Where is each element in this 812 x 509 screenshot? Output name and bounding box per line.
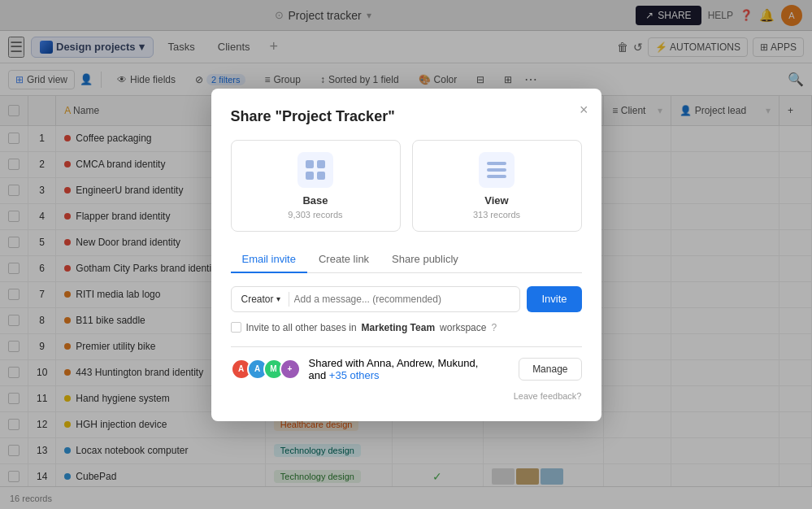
svg-rect-4 <box>487 162 506 165</box>
shared-with-row: A A M + Shared with Anna, Andrew, Mukund… <box>231 357 582 381</box>
feedback-link[interactable]: Leave feedback? <box>514 391 582 401</box>
view-card-icon <box>479 152 515 188</box>
info-icon[interactable]: ? <box>491 322 497 333</box>
view-card-title: View <box>484 194 508 207</box>
invite-input-wrap: Creator ▾ <box>231 286 521 312</box>
share-modal: Share "Project Tracker" × Base 9,303 rec… <box>211 89 601 421</box>
role-arrow-icon: ▾ <box>276 294 280 303</box>
modal-overlay[interactable]: Share "Project Tracker" × Base 9,303 rec… <box>0 0 812 486</box>
base-card-subtitle: 9,303 records <box>288 210 342 220</box>
role-select[interactable]: Creator ▾ <box>238 294 284 305</box>
modal-footer: Leave feedback? <box>231 389 582 402</box>
shared-link-text: and <box>309 369 329 381</box>
modal-divider <box>231 346 582 347</box>
svg-rect-1 <box>317 160 325 168</box>
tab-email-invite[interactable]: Email invite <box>231 246 307 273</box>
view-share-card[interactable]: View 313 records <box>412 140 582 232</box>
svg-rect-0 <box>306 160 314 168</box>
base-card-icon <box>297 152 333 188</box>
svg-rect-5 <box>487 168 506 172</box>
invite-row: Creator ▾ Invite <box>231 286 582 312</box>
base-share-card[interactable]: Base 9,303 records <box>231 140 401 232</box>
invite-button[interactable]: Invite <box>527 286 581 312</box>
svg-rect-6 <box>487 175 506 178</box>
view-card-subtitle: 313 records <box>473 210 520 220</box>
tab-share-publicly[interactable]: Share publicly <box>380 246 470 273</box>
svg-rect-2 <box>306 172 314 180</box>
input-divider <box>289 292 289 307</box>
invite-message-input[interactable] <box>294 287 514 311</box>
base-card-title: Base <box>302 194 328 207</box>
modal-title: Share "Project Tracker" <box>231 108 582 125</box>
modal-tabs: Email invite Create link Share publicly <box>231 246 582 273</box>
modal-close-button[interactable]: × <box>580 102 588 119</box>
shared-text-block: Shared with Anna, Andrew, Mukund, and +3… <box>309 357 479 381</box>
manage-button[interactable]: Manage <box>519 358 581 381</box>
invite-all-bases-checkbox[interactable] <box>231 322 241 333</box>
avatars-group: A A M + <box>231 359 301 380</box>
tab-create-link[interactable]: Create link <box>307 246 380 273</box>
invite-checkbox-row: Invite to all other bases in Marketing T… <box>231 322 582 333</box>
shared-others-link[interactable]: +35 others <box>329 369 380 381</box>
svg-rect-3 <box>317 172 325 180</box>
avatar-extra: + <box>280 359 301 380</box>
